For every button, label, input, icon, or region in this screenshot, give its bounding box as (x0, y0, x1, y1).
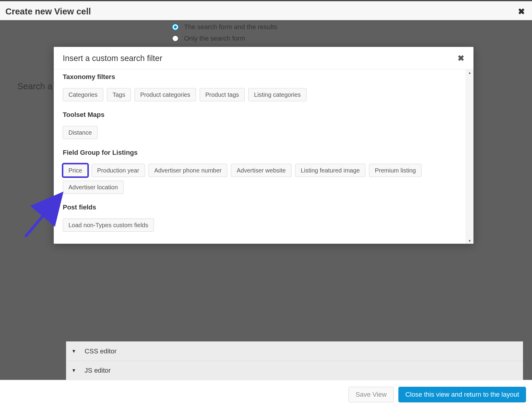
filter-product-tags[interactable]: Product tags (200, 88, 245, 101)
group-heading-taxonomy: Taxonomy filters (63, 73, 457, 81)
filter-product-categories[interactable]: Product categories (135, 88, 196, 101)
footer-bar: Save View Close this view and return to … (0, 380, 532, 409)
radio-option-form-only[interactable]: Only the search form (172, 35, 515, 42)
panel-js-editor[interactable]: ▼ JS editor (66, 361, 523, 380)
filter-advertiser-location[interactable]: Advertiser location (63, 181, 124, 194)
outer-modal-title: Create new View cell (5, 7, 91, 17)
scroll-up-icon[interactable]: ▴ (469, 69, 471, 75)
filter-listing-categories[interactable]: Listing categories (248, 88, 307, 101)
chevron-down-icon: ▼ (71, 368, 76, 373)
radio-label: The search form and the results (184, 23, 277, 31)
close-view-button[interactable]: Close this view and return to the layout (398, 387, 526, 402)
listings-filters-row: Price Production year Advertiser phone n… (63, 164, 457, 194)
maps-filters-row: Distance (63, 126, 457, 139)
group-heading-listings: Field Group for Listings (63, 149, 457, 157)
taxonomy-filters-row: Categories Tags Product categories Produ… (63, 88, 457, 101)
filter-tags[interactable]: Tags (107, 88, 131, 101)
inner-modal-title: Insert a custom search filter (63, 54, 162, 63)
save-view-button[interactable]: Save View (349, 387, 394, 402)
filter-premium-listing[interactable]: Premium listing (369, 164, 422, 177)
radio-unchecked-icon (172, 35, 179, 42)
inner-modal-header: Insert a custom search filter ✖ (54, 47, 473, 69)
group-heading-maps: Toolset Maps (63, 111, 457, 119)
filter-advertiser-website[interactable]: Advertiser website (231, 164, 291, 177)
group-heading-post-fields: Post fields (63, 203, 457, 211)
post-fields-row: Load non-Types custom fields (63, 218, 457, 232)
radio-label: Only the search form (184, 35, 245, 42)
filter-price[interactable]: Price (63, 164, 88, 177)
filter-production-year[interactable]: Production year (92, 164, 145, 177)
filter-distance[interactable]: Distance (63, 126, 98, 139)
panel-css-editor[interactable]: ▼ CSS editor (66, 341, 523, 361)
filter-listing-featured-image[interactable]: Listing featured image (295, 164, 366, 177)
chevron-down-icon: ▼ (71, 349, 76, 354)
filter-advertiser-phone[interactable]: Advertiser phone number (149, 164, 228, 177)
inner-modal: Insert a custom search filter ✖ Taxonomy… (54, 47, 473, 244)
radio-group-display: The search form and the results Only the… (172, 23, 515, 42)
outer-modal-header: Create new View cell ✖ (0, 1, 532, 22)
filter-categories[interactable]: Categories (63, 88, 103, 101)
close-icon[interactable]: ✖ (518, 7, 525, 17)
scroll-down-icon[interactable]: ▾ (469, 238, 471, 244)
load-non-types-button[interactable]: Load non-Types custom fields (63, 218, 154, 232)
panel-label: CSS editor (85, 347, 116, 355)
radio-checked-icon (172, 24, 179, 30)
panel-label: JS editor (85, 367, 111, 374)
inner-modal-body: Taxonomy filters Categories Tags Product… (54, 69, 466, 244)
scrollbar[interactable]: ▴ ▾ (466, 69, 473, 244)
radio-option-both[interactable]: The search form and the results (172, 23, 515, 31)
close-icon[interactable]: ✖ (458, 53, 464, 63)
